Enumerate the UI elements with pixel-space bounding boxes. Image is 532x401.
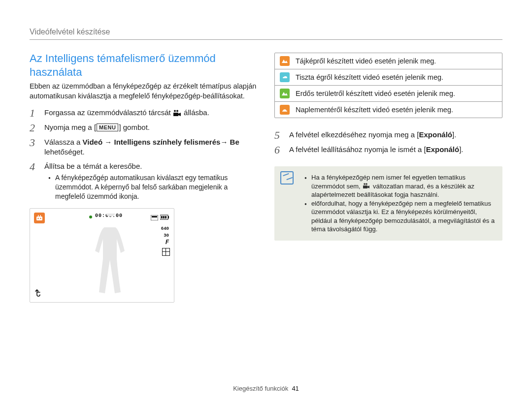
text: A felvétel leállításához nyomja le ismét… bbox=[289, 145, 426, 154]
scene-text: Tájképről készített videó esetén jelenik… bbox=[296, 57, 436, 65]
svg-point-2 bbox=[174, 110, 176, 112]
smart-scene-badge-icon bbox=[34, 213, 45, 223]
note-bullet-2: előfordulhat, hogy a fényképezőgép nem a… bbox=[307, 199, 497, 234]
scene-table: Tájképről készített videó esetén jelenik… bbox=[274, 53, 502, 118]
section-title: Az Intelligens témafelismerő üzemmód has… bbox=[30, 52, 258, 79]
svg-rect-14 bbox=[165, 216, 166, 218]
step-body: Forgassa az üzemmódválasztó tárcsát állá… bbox=[44, 108, 258, 119]
scene-row-sky: Tiszta égről készített videó esetén jele… bbox=[275, 69, 502, 85]
text: Válassza a bbox=[44, 138, 83, 146]
svg-point-20 bbox=[364, 183, 366, 185]
forest-icon bbox=[280, 89, 290, 98]
scene-text: Naplementéről készített videó esetén jel… bbox=[296, 106, 453, 114]
step-body: A felvétel elkezdéséhez nyomja meg a [Ex… bbox=[289, 130, 502, 141]
note-body: Ha a fényképezőgép nem ismer fel egyetle… bbox=[300, 171, 497, 234]
camera-flash: F bbox=[166, 239, 169, 246]
bullet: A fényképezőgép automatikusan kiválaszt … bbox=[51, 173, 258, 201]
menu-key: MENU bbox=[97, 123, 118, 131]
step-number: 5 bbox=[274, 130, 284, 141]
text: lehetőséget. bbox=[44, 148, 85, 156]
camera-fps: 30 bbox=[164, 233, 169, 238]
step-body: A felvétel leállításához nyomja le ismét… bbox=[289, 145, 502, 155]
svg-rect-4 bbox=[36, 216, 42, 220]
image-stabilization-icon bbox=[35, 289, 42, 298]
battery-icon bbox=[160, 213, 170, 222]
focus-box-icon bbox=[162, 248, 170, 256]
text: ]. bbox=[452, 130, 456, 139]
svg-rect-15 bbox=[168, 216, 169, 218]
text: Exponáló bbox=[419, 130, 452, 139]
steps-right: 5 A felvétel elkezdéséhez nyomja meg a [… bbox=[274, 128, 502, 157]
svg-rect-12 bbox=[161, 216, 163, 218]
header-title: Videófelvétel készítése bbox=[30, 28, 502, 40]
svg-rect-10 bbox=[152, 216, 157, 217]
person-silhouette-icon bbox=[88, 214, 133, 297]
text: A felvétel elkezdéséhez nyomja meg a [ bbox=[289, 130, 419, 139]
svg-point-6 bbox=[40, 217, 41, 218]
camera-resolution: 640 bbox=[161, 226, 169, 231]
svg-point-3 bbox=[176, 110, 178, 112]
video-mode-icon bbox=[173, 110, 181, 116]
step-number: 3 bbox=[30, 137, 39, 157]
step-6: 6 A felvétel leállításához nyomja le ism… bbox=[274, 143, 502, 157]
page-footer: Kiegészítő funkciók 41 bbox=[0, 385, 532, 392]
right-column: Tájképről készített videó esetén jelenik… bbox=[274, 52, 502, 303]
bullets: A fényképezőgép automatikusan kiválaszt … bbox=[44, 173, 258, 201]
svg-marker-17 bbox=[282, 92, 288, 95]
svg-rect-8 bbox=[40, 215, 41, 216]
svg-rect-9 bbox=[151, 215, 158, 220]
text: Állítsa be a témát a keresőbe. bbox=[44, 161, 258, 171]
step-1: 1 Forgassa az üzemmódválasztó tárcsát ál… bbox=[30, 106, 258, 121]
scene-text: Tiszta égről készített videó esetén jele… bbox=[296, 73, 443, 81]
arrow: → bbox=[220, 138, 230, 146]
text: állásba. bbox=[182, 108, 209, 117]
note-bullets: Ha a fényképezőgép nem ismer fel egyetle… bbox=[300, 173, 497, 234]
text: Intelligens színhely felismerés bbox=[114, 138, 220, 146]
scene-text: Erdős területről készített videó esetén … bbox=[296, 90, 455, 97]
step-4: 4 Állítsa be a témát a keresőbe. A fényk… bbox=[30, 159, 258, 203]
svg-marker-19 bbox=[367, 185, 369, 188]
svg-rect-18 bbox=[363, 185, 367, 188]
left-column: Az Intelligens témafelismerő üzemmód has… bbox=[30, 52, 258, 303]
step-5: 5 A felvétel elkezdéséhez nyomja meg a [… bbox=[274, 128, 502, 143]
svg-rect-13 bbox=[163, 216, 165, 218]
step-number: 6 bbox=[274, 145, 284, 155]
scene-row-forest: Erdős területről készített videó esetén … bbox=[275, 85, 502, 101]
text: Nyomja meg a bbox=[44, 123, 94, 131]
step-3: 3 Válassza a Videó → Intelligens színhel… bbox=[30, 135, 258, 159]
page: Videófelvétel készítése Az Intelligens t… bbox=[0, 0, 532, 401]
steps-left: 1 Forgassa az üzemmódválasztó tárcsát ál… bbox=[30, 106, 258, 203]
mode-default-icon bbox=[363, 183, 370, 189]
note-icon bbox=[280, 171, 294, 185]
hdr-icon bbox=[151, 214, 158, 222]
step-body: Állítsa be a témát a keresőbe. A fénykép… bbox=[44, 161, 258, 201]
landscape-icon bbox=[280, 56, 290, 66]
text: Be bbox=[230, 138, 239, 146]
scene-row-landscape: Tájképről készített videó esetén jelenik… bbox=[275, 53, 502, 69]
svg-rect-7 bbox=[38, 215, 39, 216]
text: Videó bbox=[83, 138, 103, 146]
info-note: Ha a fényképezőgép nem ismer fel egyetle… bbox=[274, 166, 502, 241]
svg-rect-0 bbox=[173, 113, 178, 116]
step-body: Válassza a Videó → Intelligens színhely … bbox=[44, 137, 258, 157]
scene-row-sunset: Naplementéről készített videó esetén jel… bbox=[275, 101, 502, 118]
svg-point-5 bbox=[37, 217, 38, 218]
columns: Az Intelligens témafelismerő üzemmód has… bbox=[30, 52, 502, 303]
arrow: → bbox=[102, 138, 114, 146]
step-number: 4 bbox=[30, 161, 39, 201]
svg-point-21 bbox=[366, 183, 368, 185]
footer-label: Kiegészítő funkciók bbox=[233, 385, 288, 392]
note-bullet-1: Ha a fényképezőgép nem ismer fel egyetle… bbox=[307, 173, 497, 199]
intro-text: Ebben az üzemmódban a fényképezőgép az é… bbox=[30, 82, 258, 101]
step-number: 1 bbox=[30, 108, 39, 119]
camera-preview: 00:00:00 640 30 F bbox=[30, 208, 174, 303]
text: gombot. bbox=[121, 123, 150, 131]
text: Exponáló bbox=[426, 145, 460, 154]
svg-marker-16 bbox=[282, 60, 288, 63]
text: ]. bbox=[459, 145, 463, 154]
step-2: 2 Nyomja meg a [MENU] gombot. bbox=[30, 121, 258, 135]
page-number: 41 bbox=[292, 385, 299, 392]
step-number: 2 bbox=[30, 123, 39, 133]
step-body: Nyomja meg a [MENU] gombot. bbox=[44, 123, 258, 133]
sunset-icon bbox=[280, 105, 290, 115]
